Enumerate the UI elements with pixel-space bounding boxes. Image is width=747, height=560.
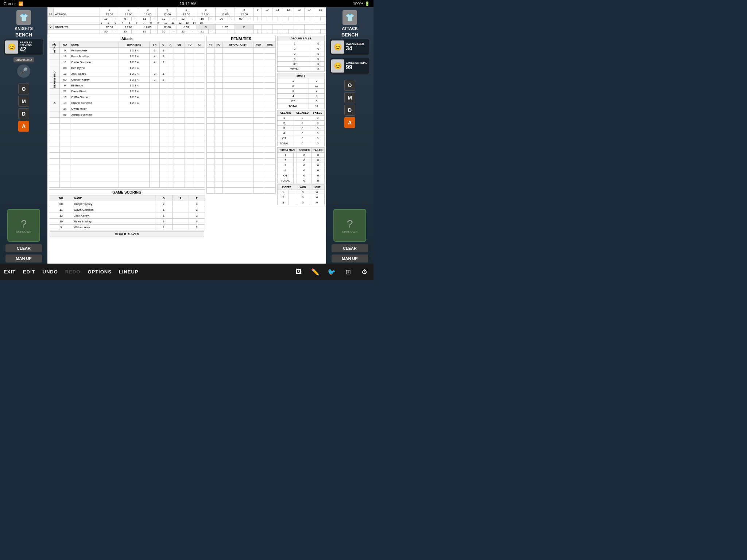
toolbar-right: 🖼 ✏️ 🐦 ⊞ ⚙ [293, 267, 370, 277]
gs-col-no: NO [49, 195, 73, 201]
player-to [185, 54, 195, 59]
scoresheet[interactable]: 12345678 9101112131415 H ATTACK 12:0012:… [47, 7, 326, 264]
penalty-row [207, 129, 276, 135]
home-team-label: H [48, 12, 54, 17]
player-a [167, 83, 174, 89]
player-name: James Schwind [70, 112, 119, 118]
redo-button[interactable]: REDO [65, 269, 81, 275]
ground-balls-row: TOTAL0 [278, 67, 325, 72]
shots-title: SHOTS [278, 73, 325, 78]
right-a-button[interactable]: A [344, 117, 355, 128]
player-number: 18 [59, 94, 70, 100]
left-m-button[interactable]: M [18, 96, 29, 107]
right-clear-button[interactable]: CLEAR [332, 244, 368, 252]
photo-icon[interactable]: 🖼 [293, 267, 304, 277]
player-sh: 4 [150, 59, 160, 65]
penalty-row [207, 65, 276, 71]
right-d-button[interactable]: D [344, 105, 355, 116]
penalty-row [207, 106, 276, 112]
gs-g: 3 [155, 219, 172, 225]
clears-row: OT00 [278, 136, 325, 141]
left-man-up-button[interactable]: MAN UP [5, 254, 42, 262]
grid-icon[interactable]: ⊞ [342, 267, 353, 277]
gs-name: Cooper Kelley [73, 201, 155, 207]
player-sh [150, 83, 160, 89]
penalty-row [207, 170, 276, 176]
player-number: 11 [59, 59, 70, 65]
owen-miller-avatar: 😊 [331, 40, 344, 54]
shots-row: 10 [278, 78, 325, 83]
player-ct [195, 48, 205, 54]
shots-row: 32 [278, 89, 325, 94]
player-to [185, 112, 195, 118]
player-a [167, 77, 174, 83]
ground-balls-title: GROUND BALLS [278, 36, 325, 41]
col-sh: SH [150, 42, 160, 48]
player-number: 00 [59, 77, 70, 83]
player-to [185, 89, 195, 94]
penalty-row [207, 153, 276, 159]
player-a [167, 94, 174, 100]
player-ct [195, 83, 205, 89]
lineup-button[interactable]: LINEUP [119, 269, 139, 275]
goalie-saves-label: GOALIE SAVES [50, 231, 204, 237]
team-right-panel: 👕 ATTACK BENCH 😊 OWEN MILLER 34 😊 JAMES … [326, 7, 374, 264]
edit-icon[interactable]: ✏️ [310, 267, 321, 277]
left-clear-button[interactable]: CLEAR [5, 244, 42, 252]
penalties-section: PENALTIES PT NO INFRACTION(#) PER TIME [206, 36, 276, 238]
gs-name: Jack Kelley [73, 213, 155, 219]
undo-button[interactable]: UNDO [43, 269, 58, 275]
right-m-button[interactable]: M [344, 92, 355, 103]
away-jersey-icon: 👕 [342, 10, 357, 25]
player-number: 13 [59, 100, 70, 106]
left-d-button[interactable]: D [18, 108, 29, 119]
gs-name: Gavin Garrison [73, 207, 155, 213]
right-bench-label: BENCH [341, 32, 358, 38]
right-man-up-button[interactable]: MAN UP [332, 254, 368, 262]
player-ct [195, 77, 205, 83]
clears-failed-header: FAILED [311, 110, 325, 116]
right-o-button[interactable]: O [344, 80, 355, 91]
player-to [185, 77, 195, 83]
left-bench-label: BENCH [15, 32, 32, 38]
roster-row: 11Gavin Garrison1 2 3 441 [49, 59, 205, 65]
player-quarters: 1 2 3 4 [119, 59, 150, 65]
edit-button[interactable]: EDIT [23, 269, 35, 275]
exit-button[interactable]: EXIT [4, 269, 16, 275]
roster-row: ATTACK9William Arrix1 2 3 411 [49, 48, 205, 54]
player-quarters: 1 2 3 4 [119, 83, 150, 89]
player-g: 1 [160, 48, 167, 54]
roster-title: Attack [49, 36, 205, 42]
shots-row: 40 [278, 94, 325, 99]
player-sh [150, 112, 160, 118]
player-gb [174, 48, 185, 54]
mic-button[interactable]: 🎤 [17, 65, 30, 78]
player-number: 6 [59, 83, 70, 89]
player-g: 2 [160, 77, 167, 83]
gear-icon[interactable]: ⚙ [359, 267, 370, 277]
player-gb [174, 65, 185, 71]
col-gb: GB [174, 42, 185, 48]
player-number: 99 [59, 112, 70, 118]
home-name-cell: KNIGHTS [54, 25, 100, 30]
player-name: Davis Biasi [70, 89, 119, 94]
player-g [160, 65, 167, 71]
penalty-row [207, 124, 276, 129]
options-button[interactable]: OPTIONS [88, 269, 112, 275]
position-cell: DEFENSE [49, 83, 60, 89]
player-g [160, 106, 167, 112]
left-a-button[interactable]: A [18, 121, 29, 132]
left-o-button[interactable]: O [18, 83, 29, 94]
penalty-row [207, 100, 276, 106]
roster-empty-row [49, 141, 205, 147]
pen-col-pt: PT [207, 42, 214, 48]
player-name: Owen Miller [70, 106, 119, 112]
gs-a [172, 207, 189, 213]
question-mark-icon: ? [21, 218, 27, 230]
gs-name: Ryan Bradley [73, 219, 155, 225]
penalty-row [207, 135, 276, 141]
player-quarters: 1 2 3 4 [119, 65, 150, 71]
penalty-row [207, 89, 276, 94]
twitter-icon[interactable]: 🐦 [326, 267, 337, 277]
gs-col-name: NAME [73, 195, 155, 201]
